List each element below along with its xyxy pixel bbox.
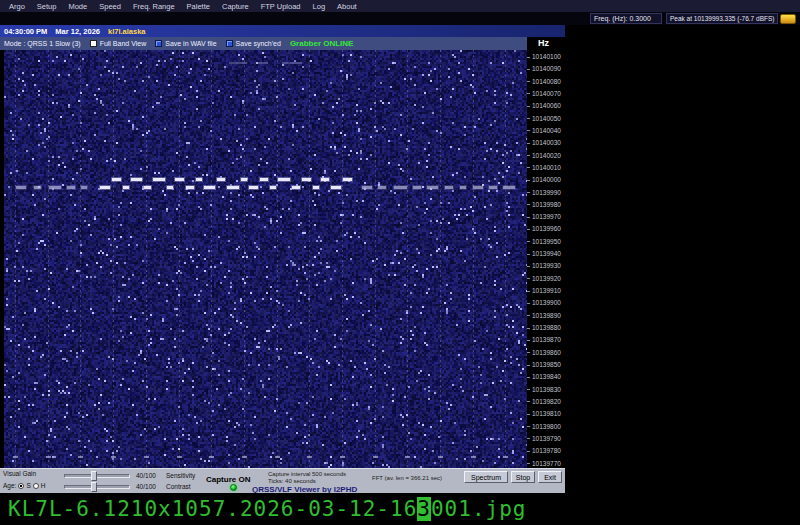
waterfall-display[interactable] <box>4 50 527 468</box>
freq-scale-tick <box>527 192 530 193</box>
spectrum-button[interactable]: Spectrum <box>464 471 508 483</box>
freq-scale-tick <box>527 93 530 94</box>
freq-scale-label: 10139940 <box>527 251 561 257</box>
status-bar: Visual Gain Age: S H 40/100 Sensitivity … <box>0 468 565 493</box>
age-radio-h[interactable] <box>33 483 39 489</box>
menu-mode[interactable]: Mode <box>62 2 93 11</box>
wav-icon[interactable] <box>155 40 162 47</box>
freq-scale-label: 10139990 <box>527 190 561 196</box>
freq-scale-tick <box>527 81 530 82</box>
contrast-slider-thumb[interactable] <box>91 482 97 492</box>
freq-scale-tick <box>527 451 530 452</box>
option-save-in-wav-file[interactable]: Save in WAV file <box>155 40 216 47</box>
option-label: Save synch'ed <box>236 40 281 47</box>
freq-scale-label: 10139890 <box>527 313 561 319</box>
sync-icon[interactable] <box>226 40 233 47</box>
freq-scale-label: 10139800 <box>527 424 561 430</box>
option-full-band-view[interactable]: Full Band View <box>90 40 147 47</box>
freq-scale-tick <box>527 426 530 427</box>
freq-scale-label: 10140080 <box>527 79 561 85</box>
age-option-label-h: H <box>41 482 46 489</box>
fft-info-text: FFT (av. len = 366.21 sec) <box>372 475 442 481</box>
option-label: Save in WAV file <box>165 40 216 47</box>
freq-scale-tick <box>527 217 530 218</box>
freq-scale-label: 10139790 <box>527 436 561 442</box>
freq-scale-tick <box>527 167 530 168</box>
freq-scale-label: 10139930 <box>527 263 561 269</box>
menu-log[interactable]: Log <box>307 2 332 11</box>
freq-scale-tick <box>527 352 530 353</box>
freq-scale-tick <box>527 130 530 131</box>
freq-scale-tick <box>527 291 530 292</box>
freq-scale-label: 10139970 <box>527 214 561 220</box>
menu-about[interactable]: About <box>331 2 363 11</box>
freq-scale-label: 10140020 <box>527 153 561 159</box>
caption-cursor: 3 <box>417 497 431 521</box>
station-text: kl7l.alaska <box>108 27 146 36</box>
menu-capture[interactable]: Capture <box>216 2 255 11</box>
grabber-status: Grabber ONLINE <box>290 39 354 48</box>
menu-palette[interactable]: Palette <box>181 2 216 11</box>
freq-scale-label: 10139920 <box>527 276 561 282</box>
menu-freq-range[interactable]: Freq. Range <box>127 2 181 11</box>
sensitivity-value: 40/100 <box>136 472 156 479</box>
freq-scale-label: 10139900 <box>527 300 561 306</box>
caption-text-pre: KL7L-6.1210x1057.2026-03-12-16 <box>8 497 417 521</box>
exit-button[interactable]: Exit <box>538 471 562 483</box>
grabber-screenshot: ArgoSetupModeSpeedFreq. RangePaletteCapt… <box>0 0 800 525</box>
capture-status: Capture ON <box>206 475 250 484</box>
freq-scale-label: 10140010 <box>527 165 561 171</box>
freq-scale-label: 10139960 <box>527 226 561 232</box>
freq-readout-value: 0.3000 <box>629 15 650 22</box>
sensitivity-slider-thumb[interactable] <box>91 471 97 481</box>
freq-scale-label: 10140000 <box>527 177 561 183</box>
freq-scale-label: 10139810 <box>527 411 561 417</box>
freq-scale-tick <box>527 438 530 439</box>
freq-scale-tick <box>527 266 530 267</box>
menu-speed[interactable]: Speed <box>93 2 127 11</box>
contrast-value: 40/100 <box>136 483 156 490</box>
menu-ftp-upload[interactable]: FTP Upload <box>255 2 307 11</box>
menu-argo[interactable]: Argo <box>3 2 31 11</box>
checkbox-icon[interactable] <box>90 40 97 47</box>
freq-scale-tick <box>527 180 530 181</box>
clock-text: 04:30:00 PM <box>4 27 47 36</box>
freq-scale-label: 10140100 <box>527 54 561 60</box>
ticks-info-text: Ticks: 40 seconds <box>268 478 316 484</box>
stop-button[interactable]: Stop <box>511 471 535 483</box>
menu-setup[interactable]: Setup <box>31 2 63 11</box>
freq-scale-label: 10139910 <box>527 288 561 294</box>
mode-label: Mode : QRSS 1 Slow (3) <box>4 40 81 47</box>
freq-scale: 1014010010140090101400801014007010140060… <box>527 50 565 468</box>
freq-scale-label: 10140040 <box>527 128 561 134</box>
option-save-synch-ed[interactable]: Save synch'ed <box>226 40 281 47</box>
freq-scale-tick <box>527 328 530 329</box>
sensitivity-slider[interactable] <box>64 474 130 478</box>
time-bar: 04:30:00 PM Mar 12, 2026 kl7l.alaska <box>0 25 565 37</box>
age-control: Age: S H <box>3 482 45 489</box>
age-label: Age: <box>3 482 16 489</box>
freq-scale-label: 10139770 <box>527 461 561 467</box>
freq-scale-tick <box>527 377 530 378</box>
freq-scale-tick <box>527 118 530 119</box>
age-radio-s[interactable] <box>18 483 24 489</box>
menu-bar: ArgoSetupModeSpeedFreq. RangePaletteCapt… <box>0 0 800 13</box>
filename-caption: KL7L-6.1210x1057.2026-03-12-163001.jpg <box>0 493 800 525</box>
date-text: Mar 12, 2026 <box>55 27 100 36</box>
freq-scale-tick <box>527 229 530 230</box>
sensitivity-label: Sensitivity <box>166 472 195 479</box>
freq-scale-label: 10139870 <box>527 337 561 343</box>
header-info-row: Freq. (Hz): 0.3000 Peak at 10139993.335 … <box>0 13 800 25</box>
freq-scale-tick <box>527 106 530 107</box>
freq-scale-tick <box>527 143 530 144</box>
mode-bar: Mode : QRSS 1 Slow (3) Full Band ViewSav… <box>0 37 527 50</box>
freq-scale-label: 10139980 <box>527 202 561 208</box>
contrast-slider[interactable] <box>64 485 130 489</box>
freq-scale-tick <box>527 57 530 58</box>
age-option-label-s: S <box>26 482 30 489</box>
option-label: Full Band View <box>100 40 147 47</box>
freq-scale-tick <box>527 155 530 156</box>
freq-scale-tick <box>527 463 530 464</box>
freq-scale-tick <box>527 315 530 316</box>
app-logo-icon <box>780 14 796 24</box>
